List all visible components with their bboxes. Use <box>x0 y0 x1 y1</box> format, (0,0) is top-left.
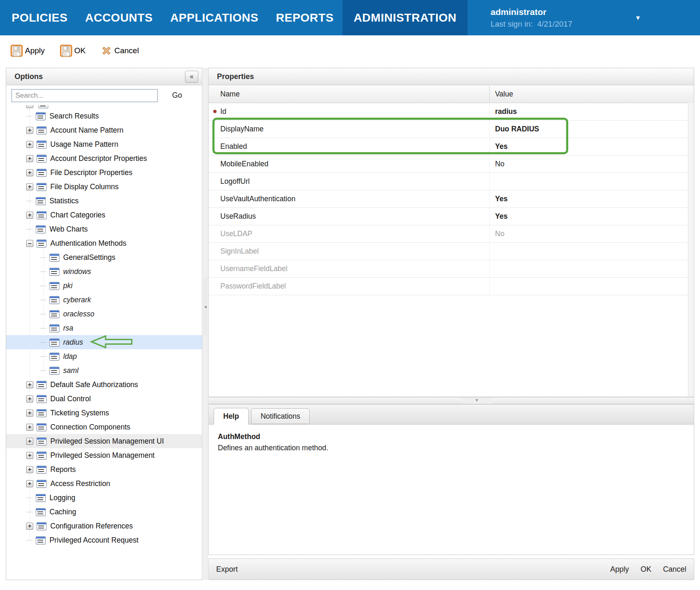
apply-button[interactable]: Apply <box>10 44 45 57</box>
ok-button[interactable]: OK <box>60 44 86 57</box>
tree-item[interactable]: Account Descriptor Properties <box>6 151 202 165</box>
expand-toggle-icon[interactable] <box>40 342 46 343</box>
tree-item[interactable]: Default Safe Authorizations <box>6 378 202 392</box>
tree-item[interactable]: Logging <box>6 491 202 505</box>
property-value[interactable] <box>490 260 694 277</box>
expand-toggle-icon[interactable] <box>40 257 46 258</box>
property-value[interactable]: radius <box>490 103 694 120</box>
property-row[interactable]: DisplayName Duo RADIUS <box>209 121 694 138</box>
panel-vsplitter[interactable]: ◄ <box>203 68 207 580</box>
property-value[interactable] <box>490 173 694 190</box>
tree-item[interactable]: radius <box>6 335 202 349</box>
tree-item[interactable]: pki <box>6 279 202 293</box>
expand-toggle-icon[interactable] <box>26 229 32 230</box>
tree-item[interactable]: Authentication Methods <box>6 236 202 250</box>
tree-item[interactable]: GeneralSettings <box>6 250 202 264</box>
property-row[interactable]: Id radius <box>209 103 694 121</box>
tree-item[interactable]: Reports <box>6 462 202 476</box>
expand-toggle-icon[interactable] <box>26 424 33 431</box>
bottom-tab[interactable]: Notifications <box>251 408 310 424</box>
user-menu-caret-icon[interactable]: ▼ <box>635 14 641 21</box>
property-row[interactable]: UseVaultAuthentication Yes <box>209 190 694 208</box>
expand-toggle-icon[interactable] <box>26 240 33 247</box>
expand-toggle-icon[interactable] <box>26 183 33 190</box>
vsplitter-collapse-handle[interactable]: ◄ <box>204 278 207 336</box>
tree-item[interactable]: Statistics <box>6 194 202 208</box>
property-row[interactable]: UseLDAP No <box>209 225 694 243</box>
tree-item[interactable]: Caching <box>6 505 202 519</box>
col-value-label[interactable]: Value <box>490 90 694 99</box>
property-row[interactable]: MobileEnabled No <box>209 156 694 173</box>
tree-item[interactable]: Privileged Session Management <box>6 448 202 462</box>
property-row[interactable]: PasswordFieldLabel <box>209 278 694 295</box>
footer-apply-button[interactable]: Apply <box>610 565 629 574</box>
tree-item[interactable]: Usage Name Pattern <box>6 137 202 151</box>
nav-tab[interactable]: REPORTS <box>267 0 343 35</box>
footer-cancel-button[interactable]: Cancel <box>663 565 686 574</box>
tree-item[interactable]: Dual Control <box>6 392 202 406</box>
property-value[interactable] <box>490 243 694 260</box>
go-button[interactable]: Go <box>172 91 182 100</box>
properties-scrollbar-track[interactable] <box>688 103 693 396</box>
nav-tab[interactable]: ACCOUNTS <box>76 0 162 35</box>
tree-item[interactable]: Account Name Pattern <box>6 123 202 137</box>
property-value[interactable]: No <box>490 156 694 173</box>
tree-item[interactable]: windows <box>6 264 202 279</box>
nav-tab[interactable]: POLICIES <box>3 0 76 35</box>
expand-toggle-icon[interactable] <box>26 523 33 530</box>
export-button[interactable]: Export <box>216 565 238 574</box>
hsplitter-collapse-handle[interactable]: ▼ <box>461 397 493 404</box>
expand-toggle-icon[interactable] <box>26 169 33 176</box>
expand-toggle-icon[interactable] <box>26 212 33 219</box>
tree-item[interactable]: rsa <box>6 321 202 335</box>
expand-toggle-icon[interactable] <box>26 540 32 541</box>
expand-toggle-icon[interactable] <box>40 314 46 314</box>
property-value[interactable]: Duo RADIUS <box>490 121 694 138</box>
expand-toggle-icon[interactable] <box>26 480 33 487</box>
tree-item[interactable]: saml <box>6 363 202 378</box>
props-hsplitter[interactable]: ▼ <box>208 397 694 404</box>
footer-ok-button[interactable]: OK <box>641 565 651 574</box>
nav-tab[interactable]: APPLICATIONS <box>161 0 267 35</box>
tree-item[interactable]: Search Results <box>6 109 202 123</box>
tree-item[interactable]: Access Restriction <box>6 476 202 491</box>
tree-item[interactable]: oraclesso <box>6 307 202 321</box>
collapse-panel-button[interactable]: « <box>185 71 198 83</box>
tree-item-partial[interactable] <box>6 105 202 109</box>
tree-item[interactable]: Ticketing Systems <box>6 406 202 420</box>
property-row[interactable]: UsernameFieldLabel <box>209 260 694 278</box>
tree-item[interactable]: File Descriptor Properties <box>6 165 202 180</box>
expand-toggle-icon[interactable] <box>26 438 33 445</box>
expand-toggle-icon[interactable] <box>26 116 32 116</box>
nav-tab[interactable]: ADMINISTRATION <box>343 0 468 35</box>
tree-item[interactable]: Privileged Session Management UI <box>6 434 202 448</box>
expand-toggle-icon[interactable] <box>40 300 46 300</box>
property-value[interactable]: No <box>490 225 694 242</box>
expand-toggle-icon[interactable] <box>26 141 33 148</box>
property-row[interactable]: SignInLabel <box>209 243 694 260</box>
expand-toggle-icon[interactable] <box>40 272 46 272</box>
property-value[interactable]: Yes <box>490 138 694 155</box>
expand-toggle-icon[interactable] <box>26 127 33 134</box>
expand-toggle-icon[interactable] <box>26 498 32 498</box>
property-row[interactable]: UseRadius Yes <box>209 208 694 225</box>
tree-item[interactable]: Chart Categories <box>6 208 202 222</box>
property-value[interactable]: Yes <box>490 190 694 207</box>
expand-toggle-icon[interactable] <box>26 410 33 417</box>
expand-toggle-icon[interactable] <box>40 286 46 286</box>
expand-toggle-icon[interactable] <box>26 381 33 388</box>
expand-toggle-icon[interactable] <box>26 452 33 459</box>
tree-item[interactable]: cyberark <box>6 293 202 307</box>
expand-toggle-icon[interactable] <box>26 155 33 162</box>
bottom-tab[interactable]: Help <box>214 408 249 425</box>
property-value[interactable] <box>490 278 694 295</box>
tree-item[interactable]: Privileged Account Request <box>6 533 202 547</box>
cancel-button[interactable]: Cancel <box>101 45 139 57</box>
property-row[interactable]: Enabled Yes <box>209 138 694 156</box>
expand-toggle-icon[interactable] <box>26 395 33 402</box>
property-value[interactable]: Yes <box>490 208 694 225</box>
property-row[interactable]: LogoffUrl <box>209 173 694 190</box>
search-input[interactable] <box>11 89 158 102</box>
col-name-label[interactable]: Name <box>209 86 490 103</box>
expand-toggle-icon[interactable] <box>40 356 46 357</box>
